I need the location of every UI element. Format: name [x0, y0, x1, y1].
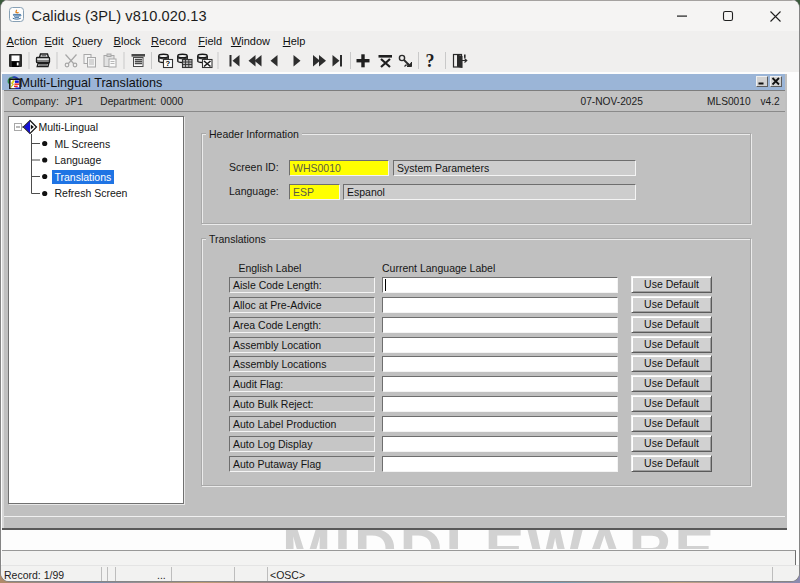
svg-text:?: ?	[426, 51, 435, 71]
svg-text:?: ?	[166, 59, 171, 68]
